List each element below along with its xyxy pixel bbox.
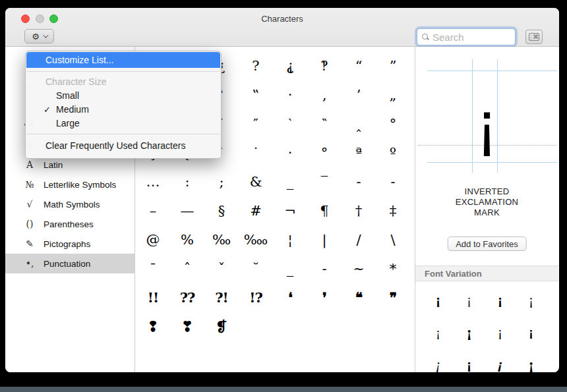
grid-cell[interactable]: ‱ — [239, 225, 273, 254]
grid-cell[interactable]: ‶ — [307, 109, 342, 138]
grid-cell[interactable]: ‚ — [307, 80, 342, 109]
grid-cell[interactable]: ‵ — [273, 109, 307, 138]
grid-cell[interactable]: ⸘ — [273, 51, 307, 80]
grid-cell[interactable]: ” — [376, 51, 410, 80]
grid-cell[interactable]: ″ — [239, 109, 273, 138]
grid-cell[interactable]: ❛ — [273, 283, 307, 312]
grid-cell[interactable]: † — [342, 196, 376, 225]
grid-cell[interactable]: § — [204, 196, 239, 225]
grid-cell[interactable]: ~ — [342, 254, 376, 283]
grid-cell[interactable]: ’ — [342, 80, 376, 109]
grid-cell[interactable]: | — [307, 225, 342, 254]
character-viewer-toggle-button[interactable]: ⌘ — [525, 30, 543, 44]
grid-cell[interactable]: ?? — [170, 283, 204, 312]
font-variation-cell[interactable]: ¡ — [516, 316, 547, 349]
grid-cell[interactable]: “ — [342, 51, 376, 80]
menu-item-medium[interactable]: ✓Medium — [26, 103, 220, 117]
grid-cell[interactable]: ¯ — [136, 254, 170, 283]
preview-character: ¡ — [415, 93, 558, 156]
font-variation-header: Font Variation — [415, 266, 558, 281]
sidebar-item-punctuation[interactable]: •,Punctuation — [5, 254, 134, 273]
font-variation-cell[interactable]: ¡ — [454, 316, 485, 349]
menu-item-clear-frequently-used-characters[interactable]: Clear Frequently Used Characters — [26, 138, 220, 154]
grid-cell[interactable]: „ — [376, 80, 410, 109]
grid-cell[interactable]: ‐ — [342, 167, 376, 196]
search-field[interactable] — [417, 28, 516, 45]
grid-cell[interactable]: ˇ — [204, 254, 239, 283]
grid-cell[interactable]: – — [136, 196, 170, 225]
grid-cell[interactable]: % — [170, 225, 204, 254]
grid-cell[interactable]: · — [273, 138, 307, 167]
search-input[interactable] — [433, 32, 508, 43]
menu-item-small[interactable]: Small — [26, 89, 220, 103]
grid-cell[interactable]: … — [136, 167, 170, 196]
grid-cell[interactable]: ? — [239, 51, 273, 80]
grid-cell[interactable]: ° — [376, 109, 410, 138]
pencil-icon: ✎ — [22, 238, 38, 249]
grid-cell[interactable]: ‽ — [307, 51, 342, 80]
grid-cell[interactable]: ; — [204, 167, 239, 196]
chevron-down-icon — [43, 32, 48, 38]
grid-cell[interactable]: ¶ — [307, 196, 342, 225]
grid-cell[interactable]: · — [273, 80, 307, 109]
grid-cell[interactable]: ❡ — [204, 312, 239, 341]
font-variation-cell[interactable]: ¡ — [423, 316, 454, 349]
menu-item-customize-list[interactable]: Customize List... — [26, 52, 220, 68]
font-variation-cell[interactable]: ¡ — [485, 316, 516, 349]
grid-cell[interactable]: ‾ — [307, 167, 342, 196]
sidebar-item-math-symbols[interactable]: √Math Symbols — [5, 194, 134, 214]
grid-cell[interactable]: ˆ — [170, 254, 204, 283]
sidebar-item-letterlike-symbols[interactable]: №Letterlike Symbols — [5, 175, 134, 194]
grid-cell[interactable]: ˙ — [239, 138, 273, 167]
grid-cell[interactable]: _ — [273, 254, 307, 283]
grid-cell[interactable]: ?! — [204, 283, 239, 312]
font-variation-cell[interactable]: ¡ — [516, 349, 547, 372]
menu-item-large[interactable]: Large — [26, 117, 220, 130]
grid-cell[interactable]: & — [239, 167, 273, 196]
grid-cell[interactable]: ¬ — [273, 196, 307, 225]
grid-cell[interactable]: ❜ — [307, 283, 342, 312]
grid-cell[interactable]: - — [307, 254, 342, 283]
desktop-strip — [0, 387, 567, 392]
grid-cell[interactable]: ‸ — [342, 109, 376, 138]
sidebar-item-label: Punctuation — [44, 259, 90, 269]
sidebar-item-pictographs[interactable]: ✎Pictographs — [5, 234, 134, 254]
font-variation-grid: ¡¡¡¡¡¡¡¡¡¡¡¡ — [423, 284, 552, 372]
sidebar-item-parentheses[interactable]: ()Parentheses — [5, 214, 134, 234]
grid-cell[interactable]: ❣ — [170, 312, 204, 341]
grid-cell[interactable]: !? — [239, 283, 273, 312]
grid-cell[interactable]: º — [376, 138, 410, 167]
grid-cell[interactable]: ‰ — [204, 225, 239, 254]
grid-cell[interactable]: / — [342, 225, 376, 254]
grid-cell[interactable]: ¦ — [273, 225, 307, 254]
font-variation-cell[interactable]: ¡ — [454, 284, 485, 316]
grid-cell[interactable]: ‑ — [376, 167, 410, 196]
grid-cell[interactable]: _ — [273, 167, 307, 196]
grid-cell[interactable]: @ — [136, 225, 170, 254]
add-to-favorites-button[interactable]: Add to Favorites — [447, 237, 527, 251]
grid-cell[interactable]: ❢ — [136, 312, 170, 341]
grid-cell[interactable]: ° — [307, 138, 342, 167]
font-variation-cell[interactable]: ¡ — [423, 349, 454, 372]
grid-cell[interactable]: * — [376, 254, 410, 283]
grid-cell[interactable]: : — [170, 167, 204, 196]
grid-cell[interactable]: ‡ — [376, 196, 410, 225]
font-variation-cell[interactable]: ¡ — [516, 284, 547, 316]
grid-cell[interactable]: ❞ — [376, 283, 410, 312]
grid-cell[interactable]: ª — [342, 138, 376, 167]
title-bar: Characters ⚙ ⌘ — [5, 8, 559, 47]
grid-cell[interactable]: # — [239, 196, 273, 225]
grid-cell[interactable]: — — [170, 196, 204, 225]
grid-cell[interactable]: !! — [136, 283, 170, 312]
font-variation-cell[interactable]: ¡ — [454, 349, 485, 372]
guideline-top — [427, 70, 557, 71]
grid-cell[interactable]: ‟ — [239, 80, 273, 109]
grid-cell[interactable]: ❝ — [342, 283, 376, 312]
font-variation-cell[interactable]: ¡ — [423, 284, 454, 316]
font-variation-cell[interactable]: ¡ — [485, 349, 516, 372]
action-gear-button[interactable]: ⚙ — [24, 29, 54, 43]
character-name: INVERTED EXCLAMATION MARK — [415, 186, 558, 218]
grid-cell[interactable]: ˘ — [239, 254, 273, 283]
grid-cell[interactable]: \ — [376, 225, 410, 254]
font-variation-cell[interactable]: ¡ — [485, 284, 516, 316]
